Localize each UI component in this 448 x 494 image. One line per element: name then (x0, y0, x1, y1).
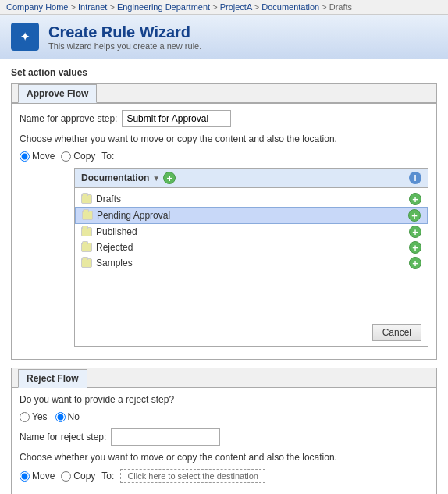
approve-step-input[interactable] (122, 110, 231, 127)
approve-step-label: Name for approve step: (20, 113, 117, 124)
folder-item-pending[interactable]: Pending Approval + (75, 207, 428, 224)
reject-question: Do you want to provide a reject step? (20, 394, 428, 405)
breadcrumb: Company Home > Intranet > Engineering De… (0, 0, 448, 15)
approve-to-label: To: (101, 151, 114, 162)
reject-choose-text: Choose whether you want to move or copy … (20, 452, 428, 463)
folder-label-pending: Pending Approval (97, 210, 170, 221)
reject-flow-box: Reject Flow Do you want to provide a rej… (11, 368, 437, 494)
approve-move-radio[interactable] (20, 151, 30, 162)
approve-step-name-row: Name for approve step: (20, 110, 428, 127)
reject-move-copy-row: Move Copy To: Click here to select the d… (20, 469, 428, 483)
folder-item-samples[interactable]: Samples + (75, 255, 428, 271)
breadcrumb-engineering[interactable]: Engineering Department (117, 2, 210, 12)
folder-add-drafts[interactable]: + (409, 193, 421, 205)
reject-step-input[interactable] (111, 428, 220, 446)
set-action-title: Set action values (11, 67, 437, 78)
folder-item-published[interactable]: Published + (75, 224, 428, 240)
reject-yes-no-row: Yes No (20, 411, 428, 422)
folder-tree: Drafts + Pending Approval + (75, 188, 428, 321)
reject-step-name-row: Name for reject step: (20, 428, 428, 446)
file-panel-header: Documentation ▼ + i (75, 169, 428, 188)
folder-add-samples[interactable]: + (409, 257, 421, 269)
wizard-header: ✦ Create Rule Wizard This wizard helps y… (0, 15, 448, 59)
folder-icon-pending (82, 211, 93, 220)
reject-copy-label[interactable]: Copy (61, 471, 95, 482)
breadcrumb-intranet[interactable]: Intranet (78, 2, 107, 12)
approve-flow-tab[interactable]: Approve Flow (18, 84, 97, 103)
reject-flow-tab[interactable]: Reject Flow (18, 369, 87, 388)
approve-flow-box: Approve Flow Name for approve step: Choo… (11, 83, 437, 360)
panel-info-icon[interactable]: i (409, 172, 421, 184)
main-content: Set action values Approve Flow Name for … (0, 59, 448, 494)
breadcrumb-current: Drafts (329, 2, 352, 12)
approve-copy-radio[interactable] (61, 151, 71, 162)
folder-label-rejected: Rejected (96, 242, 133, 253)
approve-move-label[interactable]: Move (20, 151, 55, 162)
folder-label-drafts: Drafts (96, 194, 121, 204)
breadcrumb-company-home[interactable]: Company Home (6, 2, 68, 12)
folder-label-published: Published (96, 226, 137, 237)
wizard-title-block: Create Rule Wizard This wizard helps you… (48, 23, 201, 51)
folder-icon-rejected (81, 243, 92, 252)
reject-flow-content: Do you want to provide a reject step? Ye… (12, 388, 436, 494)
reject-move-radio[interactable] (20, 471, 30, 482)
approve-move-copy-row: Move Copy To: (20, 151, 428, 162)
wizard-subtitle: This wizard helps you create a new rule. (48, 41, 201, 51)
breadcrumb-documentation[interactable]: Documentation (261, 2, 319, 12)
reject-yes-label[interactable]: Yes (20, 411, 48, 422)
wizard-title: Create Rule Wizard (48, 23, 201, 41)
folder-add-published[interactable]: + (409, 226, 421, 238)
breadcrumb-projecta[interactable]: ProjectA (220, 2, 252, 12)
folder-icon-drafts (81, 194, 92, 204)
folder-icon-published (81, 227, 92, 236)
panel-add-button[interactable]: + (163, 172, 176, 184)
folder-add-rejected[interactable]: + (409, 241, 421, 254)
folder-item-rejected[interactable]: Rejected + (75, 240, 428, 255)
cancel-button[interactable]: Cancel (372, 324, 421, 341)
destination-button[interactable]: Click here to select the destination (120, 469, 265, 483)
approve-choose-text: Choose whether you want to move or copy … (20, 133, 428, 144)
folder-tree-empty (75, 271, 428, 318)
reject-move-label[interactable]: Move (20, 471, 55, 482)
approve-file-panel: Documentation ▼ + i Drafts + (74, 168, 428, 347)
reject-yes-radio[interactable] (20, 412, 30, 422)
approve-flow-content: Name for approve step: Choose whether yo… (12, 103, 436, 359)
svg-text:✦: ✦ (20, 30, 30, 43)
reject-step-label: Name for reject step: (20, 432, 106, 442)
file-panel-title: Documentation ▼ + (81, 172, 176, 184)
cancel-row: Cancel (75, 321, 428, 346)
folder-icon-samples (81, 258, 92, 268)
reject-copy-radio[interactable] (61, 471, 71, 482)
reject-no-radio[interactable] (55, 412, 66, 422)
reject-no-label[interactable]: No (55, 411, 80, 422)
reject-to-label: To: (101, 471, 114, 482)
approve-copy-label[interactable]: Copy (61, 151, 95, 162)
folder-item-drafts[interactable]: Drafts + (75, 191, 428, 207)
panel-dropdown-icon[interactable]: ▼ (152, 174, 160, 183)
folder-label-samples: Samples (96, 258, 133, 268)
folder-add-pending[interactable]: + (408, 209, 421, 222)
wizard-icon: ✦ (11, 23, 39, 51)
